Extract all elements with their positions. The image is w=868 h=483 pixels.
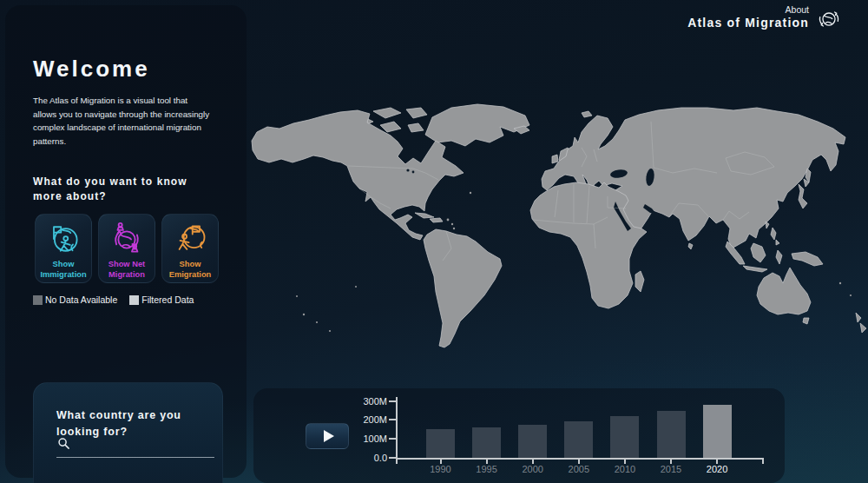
y-tick-label: 300M bbox=[351, 396, 387, 407]
show-emigration-label: Show Emigration bbox=[162, 260, 218, 280]
y-tick-label: 100M bbox=[351, 433, 387, 444]
x-axis-label[interactable]: 2000 bbox=[514, 464, 552, 474]
chart-bar[interactable] bbox=[610, 416, 639, 458]
legend-filtered: Filtered Data bbox=[129, 294, 194, 305]
app-title: Atlas of Migration bbox=[687, 16, 809, 30]
chart-bar[interactable] bbox=[472, 427, 501, 458]
mode-buttons: Show Immigration Show Net Migration bbox=[35, 214, 219, 283]
show-net-migration-label: Show Net Migration bbox=[99, 260, 155, 280]
y-tick-label: 200M bbox=[351, 414, 387, 425]
header: About Atlas of Migration bbox=[687, 4, 842, 32]
y-tick bbox=[389, 438, 396, 440]
immigration-globe-icon bbox=[44, 220, 82, 258]
chart-bar[interactable] bbox=[426, 429, 455, 458]
show-immigration-button[interactable]: Show Immigration bbox=[35, 214, 92, 283]
chart-bar[interactable] bbox=[703, 405, 732, 458]
y-tick-label: 0.0 bbox=[351, 453, 387, 463]
y-tick bbox=[389, 457, 396, 459]
play-button[interactable] bbox=[306, 423, 349, 449]
no-data-swatch bbox=[33, 295, 43, 305]
map-legend: No Data Available Filtered Data bbox=[33, 294, 194, 305]
show-immigration-label: Show Immigration bbox=[36, 260, 91, 280]
y-axis bbox=[396, 397, 398, 464]
emigration-globe-icon bbox=[171, 220, 209, 258]
chart-bar[interactable] bbox=[657, 411, 686, 458]
filtered-data-label: Filtered Data bbox=[141, 294, 194, 305]
country-search-card: What country are you looking for? bbox=[33, 382, 223, 483]
country-search-input[interactable] bbox=[56, 435, 214, 458]
question-heading: What do you want to know more about? bbox=[33, 175, 220, 205]
y-tick bbox=[389, 400, 396, 402]
about-link[interactable]: About bbox=[687, 4, 809, 15]
filtered-data-swatch bbox=[129, 295, 139, 305]
show-emigration-button[interactable]: Show Emigration bbox=[161, 214, 219, 283]
x-axis-label[interactable]: 2010 bbox=[606, 464, 644, 474]
welcome-title: Welcome bbox=[33, 56, 150, 83]
show-net-migration-button[interactable]: Show Net Migration bbox=[98, 214, 155, 283]
x-axis-label[interactable]: 2020 bbox=[698, 464, 736, 474]
x-axis-label[interactable]: 2005 bbox=[560, 464, 598, 474]
play-icon bbox=[324, 430, 334, 442]
chart-bar[interactable] bbox=[564, 421, 593, 458]
app-window: About Atlas of Migration Welcome The Atl… bbox=[0, 0, 868, 483]
y-tick bbox=[389, 419, 396, 420]
x-axis-label[interactable]: 2015 bbox=[652, 464, 690, 474]
intro-text: The Atlas of Migration is a visual tool … bbox=[33, 94, 212, 149]
no-data-label: No Data Available bbox=[45, 294, 117, 305]
x-axis-label[interactable]: 1995 bbox=[468, 464, 506, 474]
x-axis-end-tick bbox=[762, 460, 764, 464]
world-map[interactable] bbox=[243, 87, 868, 387]
x-axis bbox=[396, 458, 764, 460]
atlas-logo-icon bbox=[816, 6, 842, 32]
net-migration-cycle-icon bbox=[108, 220, 146, 258]
legend-no-data: No Data Available bbox=[33, 294, 117, 305]
x-axis-label[interactable]: 1990 bbox=[422, 464, 460, 474]
chart-bar[interactable] bbox=[518, 425, 547, 458]
